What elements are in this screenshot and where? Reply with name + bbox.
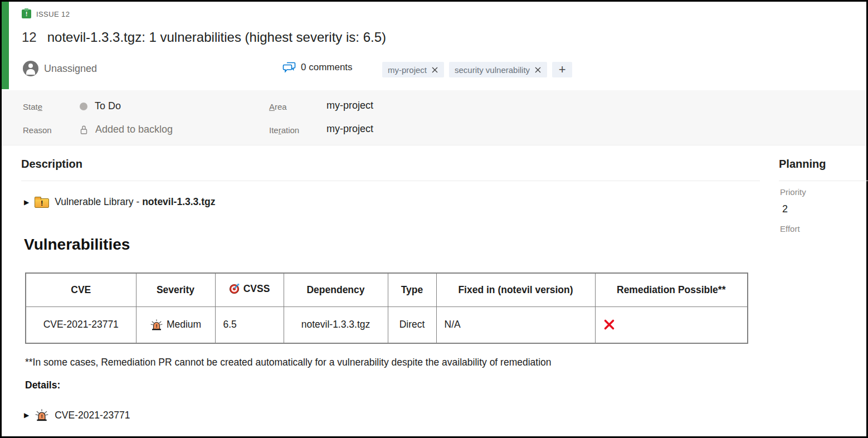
- tag-remove-icon[interactable]: [431, 66, 438, 74]
- siren-medium-severity-icon: !: [150, 318, 163, 332]
- issue-type-icon: !: [22, 9, 31, 18]
- reason-field-label: Reason: [23, 125, 52, 135]
- state-field-value[interactable]: To Do: [80, 100, 121, 112]
- col-header-severity: Severity: [136, 273, 215, 306]
- cell-type: Direct: [388, 306, 436, 343]
- cve-detail-label: CVE-2021-23771: [55, 410, 130, 421]
- area-field-label: Area: [269, 102, 287, 111]
- cell-dependency: notevil-1.3.3.tgz: [284, 306, 388, 343]
- col-header-dependency: Dependency: [284, 273, 388, 306]
- col-header-type: Type: [388, 273, 436, 306]
- comments-count-label: 0 comments: [301, 62, 353, 73]
- work-item-id: 12: [22, 30, 37, 45]
- description-divider: [21, 181, 760, 181]
- issue-type-color-bar: [2, 2, 9, 89]
- chevron-right-icon[interactable]: ▶: [24, 411, 29, 419]
- table-header-row: CVE Severity: [26, 273, 748, 306]
- vulnerability-table-row: CVE-2021-23771 ! Medium: [26, 306, 748, 343]
- col-header-fixed-in: Fixed in (notevil version): [436, 273, 595, 306]
- state-field-label: State: [23, 102, 42, 111]
- reason-field-value: Added to backlog: [80, 124, 173, 135]
- iteration-field-label: Iteration: [269, 125, 299, 135]
- cell-cve: CVE-2021-23771: [26, 306, 136, 343]
- assignee-label: Unassigned: [44, 63, 97, 75]
- avatar-icon: [23, 61, 38, 76]
- work-item-title-field[interactable]: notevil-1.3.3.tgz: 1 vulnerabilities (hi…: [47, 30, 386, 45]
- work-item-page: ! ISSUE 12 12 notevil-1.3.3.tgz: 1 vulne…: [0, 0, 868, 438]
- vulnerable-library-toggle[interactable]: ▶ ! Vulnerable Library - notevil-1.3.3.t…: [24, 196, 215, 208]
- chevron-right-icon[interactable]: ▶: [24, 198, 29, 206]
- svg-text:!: !: [155, 323, 157, 329]
- tag-remove-icon[interactable]: [534, 66, 542, 74]
- fields-band: [2, 90, 866, 145]
- add-tag-button[interactable]: +: [552, 62, 572, 77]
- title-row: 12 notevil-1.3.3.tgz: 1 vulnerabilities …: [22, 30, 386, 45]
- cell-remediation: [595, 306, 748, 343]
- description-section-title: Description: [21, 158, 82, 171]
- warning-folder-icon: !: [35, 198, 49, 208]
- remediation-footnote: **In some cases, Remediation PR cannot b…: [25, 357, 552, 368]
- tag-my-project[interactable]: my-project: [382, 62, 444, 77]
- work-item-type-row: ! ISSUE 12: [22, 9, 70, 18]
- work-item-type-label: ISSUE 12: [36, 10, 70, 18]
- tag-list: my-project security vulnerability +: [382, 62, 572, 77]
- tag-label: security vulnerability: [455, 65, 530, 75]
- vulnerable-library-name: notevil-1.3.3.tgz: [142, 196, 215, 207]
- priority-field-label: Priority: [780, 187, 806, 197]
- priority-field-value[interactable]: 2: [782, 203, 788, 215]
- vulnerabilities-heading: Vulnerabilities: [24, 236, 130, 254]
- cell-fixed-in: N/A: [436, 306, 595, 343]
- iteration-field-value[interactable]: my-project: [326, 123, 373, 135]
- effort-field-label: Effort: [780, 224, 800, 233]
- details-heading: Details:: [25, 379, 60, 391]
- comments-button[interactable]: 0 comments: [282, 62, 353, 73]
- col-header-cvss: CVSS: [215, 273, 284, 306]
- svg-text:!: !: [41, 413, 43, 419]
- red-x-icon: [603, 319, 748, 330]
- reason-value-text: Added to backlog: [95, 124, 173, 135]
- vulnerabilities-table: CVE Severity: [25, 272, 748, 344]
- vulnerable-library-label: Vulnerable Library - notevil-1.3.3.tgz: [55, 196, 215, 208]
- cell-severity: ! Medium: [136, 306, 215, 343]
- siren-medium-severity-icon: !: [35, 408, 49, 422]
- state-todo-circle-icon: [80, 103, 87, 110]
- col-header-remediation: Remediation Possible**: [595, 273, 748, 306]
- col-header-cve: CVE: [26, 273, 136, 306]
- lock-icon: [80, 125, 88, 135]
- planning-divider: [779, 181, 868, 181]
- area-field-value[interactable]: my-project: [326, 100, 373, 111]
- state-value-text: To Do: [95, 100, 121, 112]
- tag-security-vulnerability[interactable]: security vulnerability: [449, 62, 547, 77]
- assignee-picker[interactable]: Unassigned: [23, 61, 97, 76]
- comment-icon: [282, 62, 296, 73]
- cell-cvss: 6.5: [215, 306, 284, 343]
- cve-detail-toggle[interactable]: ▶ ! CVE-2021-23771: [24, 408, 130, 422]
- tag-label: my-project: [388, 65, 427, 75]
- target-icon: [229, 283, 240, 294]
- planning-section-title: Planning: [779, 158, 826, 171]
